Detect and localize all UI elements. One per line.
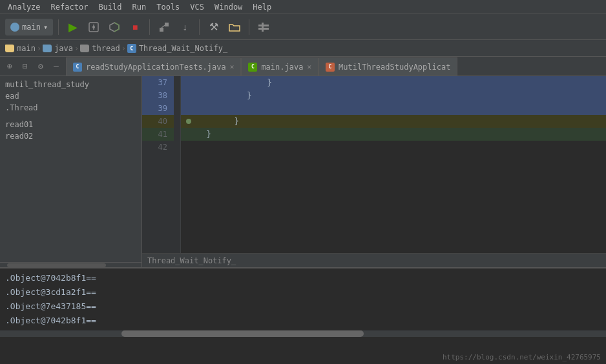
toolbar-separator-1	[58, 19, 59, 35]
menu-build[interactable]: Build	[93, 1, 127, 13]
tab-mutil[interactable]: C MutilThreadStudyApplicat	[319, 57, 457, 76]
bottom-scrollbar-thumb	[121, 330, 364, 337]
tab-main-java[interactable]: C main.java ✕	[241, 57, 319, 76]
filename-bar: Thread_Wait_Notify_	[142, 253, 606, 267]
watermark: https://blog.csdn.net/weixin_42765975	[443, 353, 601, 361]
bookmark-indicator	[186, 119, 191, 124]
coverage-button[interactable]	[105, 18, 123, 36]
breadcrumb-file[interactable]: C Thread_Wait_Notify_	[127, 44, 227, 53]
output-content: .Object@7042b8f1== .Object@3cd1a2f1== .O…	[0, 268, 606, 330]
tab-label-main: main.java	[261, 63, 303, 72]
line-num-41: 41	[142, 128, 174, 141]
menu-bar: Analyze Refactor Build Run Tools VCS Win…	[0, 0, 606, 14]
left-panel: mutil_thread_study ead .Thread read01 re…	[0, 76, 142, 267]
code-line-40: }	[181, 115, 606, 128]
line-num-40: 40	[142, 115, 174, 128]
svg-rect-3	[160, 28, 163, 32]
bottom-output-panel: .Object@7042b8f1== .Object@3cd1a2f1== .O…	[0, 267, 606, 364]
breadcrumb: main › java › thread › C Thread_Wait_Not…	[0, 40, 606, 57]
menu-refactor[interactable]: Refactor	[46, 1, 94, 13]
line-num-39: 39	[142, 102, 174, 115]
tab-close-tests[interactable]: ✕	[230, 63, 235, 71]
tab-split-icon[interactable]: ⊟	[18, 59, 32, 74]
code-line-37: }	[181, 76, 606, 89]
main-area: mutil_thread_study ead .Thread read01 re…	[0, 76, 606, 364]
line-num-37: 37	[142, 76, 174, 89]
breadcrumb-thread[interactable]: thread	[80, 44, 120, 53]
menu-analyze[interactable]: Analyze	[3, 1, 46, 13]
tree-item-read02[interactable]: read02	[0, 130, 141, 142]
branch-dropdown-icon: ▾	[43, 23, 48, 32]
left-panel-scrollbar[interactable]	[0, 262, 141, 267]
breadcrumb-sep-2: ›	[74, 44, 79, 53]
debug-button[interactable]	[85, 18, 103, 36]
tab-settings-icon[interactable]: ⚙	[34, 59, 48, 74]
tab-bar-left-controls: ⊕ ⊟ ⚙ —	[0, 59, 66, 74]
breadcrumb-file-label: Thread_Wait_Notify_	[139, 44, 227, 53]
output-line-4: .Object@7042b8f1==	[5, 314, 606, 328]
tabs-container: C readStudyApplicationTests.java ✕ C mai…	[66, 57, 606, 76]
tab-minimize-icon[interactable]: —	[49, 59, 63, 74]
coverage-icon	[109, 21, 120, 33]
code-line-39	[181, 102, 606, 115]
run-button[interactable]: ▶	[64, 18, 82, 36]
menu-window[interactable]: Window	[209, 1, 247, 13]
menu-run[interactable]: Run	[127, 1, 152, 13]
menu-vcs[interactable]: VCS	[185, 1, 209, 13]
line-num-42: 42	[142, 141, 174, 154]
tree-item-thread[interactable]: .Thread	[0, 102, 141, 114]
code-line-38: }	[181, 89, 606, 102]
code-editor[interactable]: } } } }	[181, 76, 606, 253]
tab-label-tests: readStudyApplicationTests.java	[86, 63, 226, 72]
tab-bar: ⊕ ⊟ ⚙ — C readStudyApplicationTests.java…	[0, 57, 606, 76]
svg-rect-8	[262, 23, 264, 32]
toolbar-separator-2	[149, 19, 150, 35]
code-text-41: }	[186, 128, 211, 141]
tab-icon-main: C	[248, 63, 257, 72]
branch-label: main	[22, 23, 41, 32]
branch-selector[interactable]: main ▾	[5, 19, 53, 35]
file-class-icon: C	[127, 44, 136, 53]
menu-tools[interactable]: Tools	[151, 1, 185, 13]
sdk-button[interactable]	[255, 18, 273, 36]
tree-item-empty	[0, 114, 141, 119]
build-icon	[158, 21, 170, 33]
toolbar: main ▾ ▶ ■ ↓ ⚒	[0, 14, 606, 40]
output-line-3: .Object@7e437185==	[5, 299, 606, 314]
tab-add-icon[interactable]: ⊕	[3, 59, 17, 74]
stop-button[interactable]: ■	[126, 18, 144, 36]
folder-icon	[229, 23, 240, 32]
breadcrumb-main[interactable]: main	[5, 44, 36, 53]
toolbar-separator-3	[199, 19, 200, 35]
menu-help[interactable]: Help	[247, 1, 277, 13]
bottom-scrollbar[interactable]	[0, 330, 606, 337]
tree-item-read01[interactable]: read01	[0, 119, 141, 130]
folder-java-icon	[43, 45, 52, 52]
output-line-2: .Object@3cd1a2f1==	[5, 285, 606, 299]
folder-button[interactable]	[225, 18, 244, 36]
code-line-42	[181, 141, 606, 154]
tab-label-mutil: MutilThreadStudyApplicat	[339, 63, 450, 72]
folder-thread-icon	[80, 45, 89, 52]
debug-icon	[88, 21, 99, 33]
folder-main-icon	[5, 45, 14, 52]
output-line-1: .Object@7042b8f1==	[5, 271, 606, 285]
tab-close-main[interactable]: ✕	[307, 63, 311, 71]
tree-item-ead[interactable]: ead	[0, 90, 141, 102]
code-container: 37 38 39 40 41 42 } }	[142, 76, 606, 253]
sync-button[interactable]: ↓	[176, 18, 194, 36]
breadcrumb-main-label: main	[17, 44, 36, 53]
branch-icon	[10, 23, 19, 32]
editor-area: 37 38 39 40 41 42 } }	[142, 76, 606, 267]
breadcrumb-sep-3: ›	[121, 44, 126, 53]
breadcrumb-sep-1: ›	[37, 44, 41, 53]
sdk-icon	[258, 21, 269, 33]
tab-icon-mutil: C	[326, 63, 335, 72]
tab-application-tests[interactable]: C readStudyApplicationTests.java ✕	[66, 57, 241, 76]
breadcrumb-java[interactable]: java	[43, 44, 73, 53]
code-text-40: }	[194, 115, 239, 128]
tools-button[interactable]: ⚒	[205, 18, 223, 36]
build-project-button[interactable]	[155, 18, 173, 36]
tree-item-mutil[interactable]: mutil_thread_study	[0, 79, 141, 90]
filename-label: Thread_Wait_Notify_	[147, 256, 236, 265]
